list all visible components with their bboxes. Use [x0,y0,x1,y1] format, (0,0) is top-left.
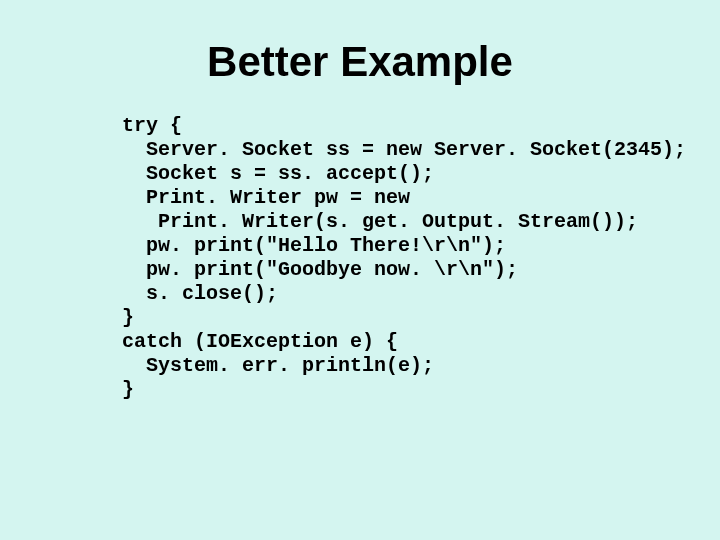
code-block: try { Server. Socket ss = new Server. So… [122,114,720,402]
slide-title: Better Example [0,38,720,86]
slide: Better Example try { Server. Socket ss =… [0,38,720,540]
